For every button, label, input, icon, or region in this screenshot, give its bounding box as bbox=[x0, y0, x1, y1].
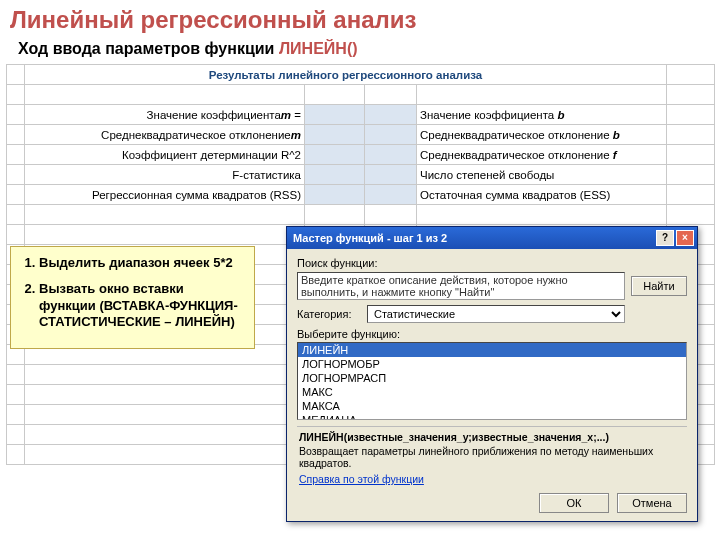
row-label-right: Число степеней свободы bbox=[417, 165, 667, 185]
row-label: Коэффициент детерминации R^2 bbox=[25, 145, 305, 165]
slide-subtitle: Ход ввода параметров функции ЛИНЕЙН() bbox=[0, 36, 720, 64]
selected-cell[interactable] bbox=[365, 145, 417, 165]
subtitle-function: ЛИНЕЙН() bbox=[279, 40, 358, 57]
slide-title: Линейный регрессионный анализ bbox=[0, 0, 720, 36]
selected-cell[interactable] bbox=[365, 105, 417, 125]
function-listbox[interactable]: ЛИНЕЙН ЛОГНОРМОБР ЛОГНОРМРАСП МАКС МАКСА… bbox=[297, 342, 687, 420]
instruction-step-2: Вызвать окно вставки функции (ВСТАВКА-ФУ… bbox=[39, 281, 244, 330]
row-label: Значение коэффициентаm = bbox=[25, 105, 305, 125]
selected-cell[interactable] bbox=[365, 185, 417, 205]
dialog-titlebar[interactable]: Мастер функций - шаг 1 из 2 ? × bbox=[287, 227, 697, 249]
row-label: F-статистика bbox=[25, 165, 305, 185]
list-item[interactable]: МАКСА bbox=[298, 399, 686, 413]
row-label-right: Значение коэффициента b bbox=[417, 105, 667, 125]
dialog-title: Мастер функций - шаг 1 из 2 bbox=[293, 232, 654, 244]
help-icon[interactable]: ? bbox=[656, 230, 674, 246]
selected-cell[interactable] bbox=[305, 185, 365, 205]
instruction-step-1: Выделить диапазон ячеек 5*2 bbox=[39, 255, 244, 271]
function-help-link[interactable]: Справка по этой функции bbox=[299, 473, 424, 485]
selected-cell[interactable] bbox=[305, 105, 365, 125]
category-label: Категория: bbox=[297, 308, 361, 320]
list-item[interactable]: МЕДИАНА bbox=[298, 413, 686, 420]
row-label: Среднеквадратическое отклонениеm bbox=[25, 125, 305, 145]
search-label: Поиск функции: bbox=[297, 257, 687, 269]
category-select[interactable]: Статистические bbox=[367, 305, 625, 323]
selected-cell[interactable] bbox=[305, 165, 365, 185]
list-item[interactable]: ЛОГНОРМРАСП bbox=[298, 371, 686, 385]
selected-cell[interactable] bbox=[305, 145, 365, 165]
row-label-right: Среднеквадратическое отклонение b bbox=[417, 125, 667, 145]
row-label: Регрессионная сумма квадратов (RSS) bbox=[25, 185, 305, 205]
selected-cell[interactable] bbox=[365, 125, 417, 145]
selected-cell[interactable] bbox=[305, 125, 365, 145]
list-item[interactable]: МАКС bbox=[298, 385, 686, 399]
search-input[interactable]: Введите краткое описание действия, котор… bbox=[297, 272, 625, 300]
function-signature: ЛИНЕЙН(известные_значения_у;известные_зн… bbox=[299, 431, 685, 443]
instruction-callout: Выделить диапазон ячеек 5*2 Вызвать окно… bbox=[10, 246, 255, 349]
close-icon[interactable]: × bbox=[676, 230, 694, 246]
function-wizard-dialog: Мастер функций - шаг 1 из 2 ? × Поиск фу… bbox=[286, 226, 698, 522]
row-label-right: Остаточная сумма квадратов (ESS) bbox=[417, 185, 667, 205]
list-item[interactable]: ЛОГНОРМОБР bbox=[298, 357, 686, 371]
subtitle-prefix: Ход ввода параметров функции bbox=[18, 40, 279, 57]
row-label-right: Среднеквадратическое отклонение f bbox=[417, 145, 667, 165]
list-item[interactable]: ЛИНЕЙН bbox=[298, 343, 686, 357]
cancel-button[interactable]: Отмена bbox=[617, 493, 687, 513]
find-button[interactable]: Найти bbox=[631, 276, 687, 296]
select-function-label: Выберите функцию: bbox=[297, 328, 687, 340]
ok-button[interactable]: ОК bbox=[539, 493, 609, 513]
selected-cell[interactable] bbox=[365, 165, 417, 185]
results-header: Результаты линейного регрессионного анал… bbox=[25, 65, 667, 85]
function-description: Возвращает параметры линейного приближен… bbox=[299, 445, 685, 469]
function-syntax-panel: ЛИНЕЙН(известные_значения_у;известные_зн… bbox=[297, 426, 687, 487]
